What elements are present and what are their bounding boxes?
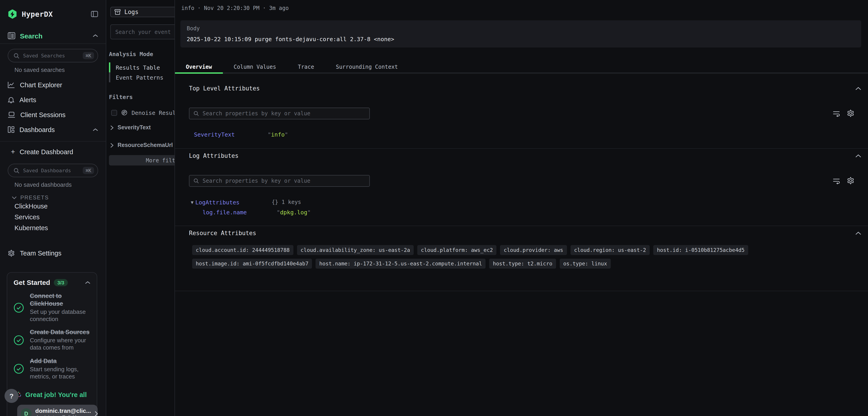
get-started-item-subtitle: Set up your database connection	[30, 308, 90, 323]
gear-icon[interactable]	[847, 177, 855, 184]
get-started-item-add-data[interactable]: Add Data Start sending logs, metrics, or…	[13, 358, 90, 380]
wrap-lines-icon[interactable]	[833, 110, 840, 117]
saved-searches-input[interactable]	[23, 53, 79, 59]
search-icon	[13, 53, 20, 59]
collapse-section-icon[interactable]	[855, 87, 861, 90]
section-divider	[175, 291, 868, 291]
app-window: HyperDX Search ⌘K No saved searches	[0, 0, 868, 416]
attribute-value[interactable]: info	[268, 131, 288, 138]
denoise-checkbox[interactable]	[111, 110, 117, 116]
section-divider	[175, 226, 868, 226]
preset-item-services[interactable]: Services	[14, 212, 106, 222]
dashboards-icon	[8, 126, 14, 133]
search-icon	[193, 178, 199, 184]
sidebar-nav: Chart Explorer Alerts Client Sessions Da…	[0, 77, 106, 137]
get-started-item-sources[interactable]: Create Data Sources Configure where your…	[13, 329, 90, 351]
resource-badge[interactable]: cloud.account.id: 244449518788	[192, 245, 293, 255]
more-filters-button[interactable]: More filters	[109, 155, 175, 166]
attribute-key[interactable]: SeverityText	[194, 131, 235, 138]
tab-overview[interactable]: Overview	[175, 61, 223, 72]
analysis-mode-event-patterns[interactable]: Event Patterns	[109, 72, 175, 82]
resource-badge[interactable]: cloud.availability_zone: us-east-2a	[297, 245, 414, 255]
user-menu[interactable]: D dominic.tran@clic... dominic.tran@clic…	[17, 405, 98, 416]
denoise-icon	[121, 110, 127, 116]
sidebar-item-team-settings[interactable]: Team Settings	[0, 245, 106, 261]
bell-icon	[8, 96, 14, 103]
preset-item-clickhouse[interactable]: ClickHouse	[14, 201, 106, 212]
tab-surrounding-context[interactable]: Surrounding Context	[325, 61, 409, 72]
filter-group-severitytext[interactable]: SeverityText	[110, 122, 175, 132]
resource-badge[interactable]: cloud.region: us-east-2	[570, 245, 650, 255]
attribute-value[interactable]: dpkg.log	[277, 209, 311, 216]
log-timestamp: Nov 20 2:20:30 PM	[204, 5, 259, 11]
archive-box-icon	[114, 9, 121, 15]
collapse-section-icon[interactable]	[855, 232, 861, 235]
brand-title: HyperDX	[22, 10, 53, 18]
resource-badge[interactable]: host.type: t2.micro	[489, 259, 556, 269]
sidebar-item-alerts[interactable]: Alerts	[0, 92, 106, 107]
tab-column-values[interactable]: Column Values	[223, 61, 287, 72]
sidebar-item-search-label: Search	[20, 32, 42, 39]
chevron-right-icon	[110, 143, 114, 148]
search-section-icon	[8, 32, 16, 39]
resource-badge[interactable]: host.name: ip-172-31-12-5.us-east-2.comp…	[316, 259, 486, 269]
sidebar-item-search[interactable]: Search	[0, 28, 106, 43]
help-button[interactable]: ?	[4, 389, 19, 403]
presets-toggle[interactable]: PRESETS	[12, 195, 98, 201]
tree-expand-caret[interactable]: ▼	[191, 200, 193, 205]
get-started-progress-badge: 3/3	[54, 279, 68, 286]
log-header-line: info · Nov 20 2:20:30 PM · 3m ago	[181, 5, 289, 11]
create-dashboard-button[interactable]: + Create Dashboard	[0, 145, 106, 159]
analysis-mode-label: Analysis Mode	[109, 51, 175, 57]
get-started-card: Get Started 3/3 Connect to ClickHouse Se…	[7, 272, 97, 416]
resource-badge[interactable]: cloud.provider: aws	[500, 245, 567, 255]
sidebar-collapse-button[interactable]	[91, 11, 98, 17]
attribute-key[interactable]: log.file.name	[203, 209, 247, 216]
check-circle-icon	[13, 302, 24, 313]
preset-item-kubernetes[interactable]: Kubernetes	[14, 222, 106, 233]
chevron-right-icon	[110, 125, 114, 130]
resource-badge[interactable]: host.image.id: ami-0f5fcdfbd140e4ab7	[192, 259, 312, 269]
attribute-tree-root[interactable]: LogAttributes	[195, 199, 240, 206]
chevron-up-icon[interactable]	[85, 280, 90, 284]
section-title-log-attributes: Log Attributes	[189, 152, 239, 159]
top-level-search-wrap	[189, 108, 370, 119]
log-attributes-search-wrap	[189, 175, 370, 187]
get-started-item-connect[interactable]: Connect to ClickHouse Set up your databa…	[13, 293, 90, 323]
hyperdx-logo-icon	[8, 9, 17, 19]
detail-tabs: Overview Column Values Trace Surrounding…	[175, 61, 868, 74]
plus-icon: +	[11, 148, 15, 156]
user-name: dominic.tran@clic...	[35, 408, 91, 414]
filters-label: Filters	[109, 94, 175, 100]
tab-trace[interactable]: Trace	[287, 61, 325, 72]
resource-attribute-badges: cloud.account.id: 244449518788 cloud.ava…	[192, 245, 780, 269]
collapse-section-icon[interactable]	[855, 154, 861, 158]
resource-badge[interactable]: host.id: i-0510b81275acbe4d5	[653, 245, 748, 255]
no-saved-searches-text: No saved searches	[14, 66, 98, 73]
wrap-lines-icon[interactable]	[833, 178, 840, 184]
event-search-input[interactable]	[110, 24, 175, 39]
resource-badge[interactable]: cloud.platform: aws_ec2	[417, 245, 497, 255]
gear-icon[interactable]	[847, 110, 855, 117]
chart-explorer-icon	[8, 81, 15, 88]
no-saved-dashboards-text: No saved dashboards	[14, 181, 98, 188]
section-title-resource-attributes: Resource Attributes	[189, 230, 256, 237]
filter-group-label: ResourceSchemaUrl	[118, 142, 173, 148]
resource-badge[interactable]: os.type: linux	[560, 259, 611, 269]
user-email: dominic.tran@clickho...	[35, 414, 91, 416]
log-attributes-search-input[interactable]	[203, 178, 365, 184]
get-started-title: Get Started	[13, 278, 50, 286]
sidebar-item-client-sessions[interactable]: Client Sessions	[0, 107, 106, 122]
sidebar-item-dashboards[interactable]: Dashboards	[0, 122, 106, 137]
sidebar-item-chart-explorer[interactable]: Chart Explorer	[0, 77, 106, 92]
top-level-search-input[interactable]	[203, 110, 365, 117]
filter-group-resourceschemaurl[interactable]: ResourceSchemaUrl	[110, 140, 175, 150]
log-body-text: 2025-10-22 10:15:09 purge fonts-dejavu-c…	[187, 36, 855, 42]
search-icon	[13, 168, 20, 173]
filter-group-label: SeverityText	[118, 124, 151, 131]
separator-dot: ·	[263, 5, 266, 11]
source-select-button[interactable]: Logs	[110, 7, 175, 17]
saved-dashboards-input[interactable]	[23, 168, 79, 173]
analysis-mode-results-table[interactable]: Results Table	[109, 62, 175, 72]
separator-dot: ·	[197, 5, 201, 11]
